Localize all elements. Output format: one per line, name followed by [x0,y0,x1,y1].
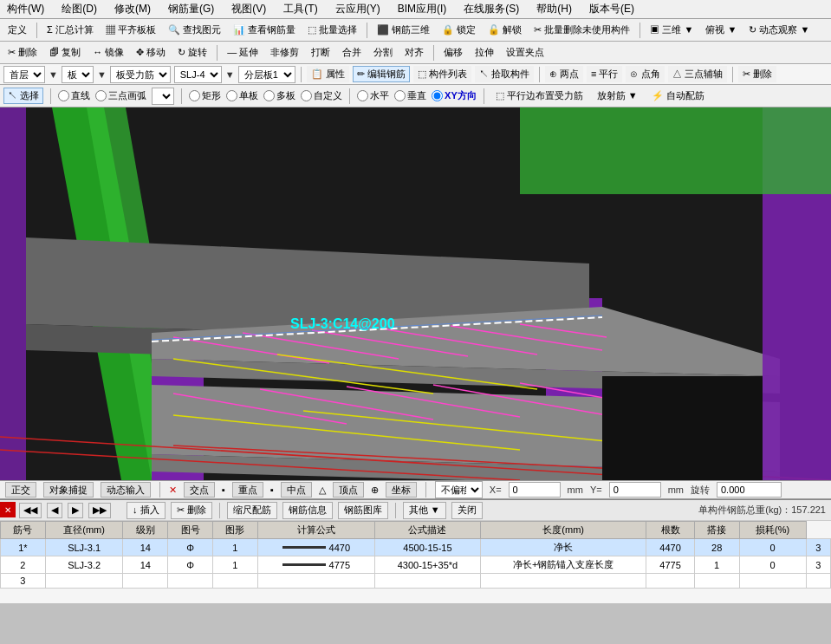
tb2-mirror-button[interactable]: ↔ 镜像 [88,44,128,61]
ctx-threepoints-button[interactable]: △ 三点辅轴 [668,66,727,82]
tb-unlock-button[interactable]: 🔓 解锁 [484,22,526,38]
tb2-merge-button[interactable]: 合并 [338,44,366,61]
x-coord-input[interactable] [509,482,561,498]
move-mode-select[interactable]: 不偏移 [435,481,483,498]
tb2-delete-button[interactable]: ✂ 删除 [3,44,42,61]
arc-mode[interactable]: 三点画弧 [95,89,146,102]
table-row[interactable]: 1* SLJ-3.1 14 Φ 1 4470 4500-15-15 净长 447… [1,539,831,556]
level-select[interactable]: 首层 [3,66,45,83]
single-mode[interactable]: 单板 [226,89,258,102]
dynamic-input-button[interactable]: 动态输入 [101,482,151,498]
nav-next-button[interactable]: ▶ [68,503,83,518]
ctx-complist-button[interactable]: ⬚ 构件列表 [413,66,471,82]
single-radio[interactable] [226,90,237,101]
tb-batchsel-button[interactable]: ⬚ 批量选择 [303,22,361,38]
menu-view[interactable]: 视图(V) [228,1,269,17]
ctx-pick-button[interactable]: ↖ 拾取构件 [475,66,534,82]
coord-snap-button[interactable]: 坐标 [386,482,417,498]
panel-close-button[interactable]: ✕ [0,502,16,517]
tb2-extend-button[interactable]: — 延伸 [223,44,263,61]
vertical-radio[interactable] [394,90,406,101]
rect-radio[interactable] [189,90,200,101]
rp-close-button[interactable]: 关闭 [451,502,483,519]
nav-prev-button[interactable]: ◀ [47,503,62,518]
multi-mode[interactable]: 多板 [263,89,295,102]
menu-rebar-qty[interactable]: 钢筋量(G) [165,1,217,17]
component-select[interactable]: 板 [62,66,94,83]
rp-insert-button[interactable]: ↓ 插入 [127,502,166,519]
nav-first-button[interactable]: ◀◀ [19,503,42,518]
menu-help[interactable]: 帮助(H) [533,1,575,17]
menu-modify[interactable]: 修改(M) [111,1,154,17]
nav-last-button[interactable]: ▶▶ [88,503,111,518]
layer-select[interactable]: 分层板1 [238,66,295,83]
menu-bim[interactable]: BIM应用(I) [394,1,451,17]
rp-scalerebar-button[interactable]: 缩尺配筋 [227,502,277,519]
rp-rebarlib-button[interactable]: 钢筋图库 [338,502,388,519]
ctx-pointangle-button[interactable]: ⊙ 点角 [626,66,664,82]
tb-3dview-button[interactable]: ▣ 三维 ▼ [646,22,698,38]
tb2-copy-button[interactable]: 🗐 复制 [45,44,85,61]
tb2-move-button[interactable]: ✥ 移动 [132,44,170,61]
rp-delete-button[interactable]: ✂ 删除 [171,502,212,519]
select-button[interactable]: ↖ 选择 [3,88,43,104]
menu-component[interactable]: 构件(W) [3,1,48,17]
tb2-offset-button[interactable]: 偏移 [439,44,467,61]
auto-rebar-button[interactable]: ⚡ 自动配筋 [647,88,709,104]
menu-online[interactable]: 在线服务(S) [460,1,523,17]
spec-select[interactable]: SLJ-4 [174,66,222,83]
tb-batchdel-button[interactable]: ✂ 批量删除未使用构件 [529,22,634,38]
ortho-button[interactable]: 正交 [5,482,36,498]
parallel-rebar-button[interactable]: ⬚ 平行边布置受力筋 [491,88,588,104]
intersect-snap-button[interactable]: 交点 [184,482,215,498]
tb2-rotate-button[interactable]: ↻ 旋转 [173,44,211,61]
tb2-split-button[interactable]: 分割 [369,44,397,61]
menu-draw[interactable]: 绘图(D) [58,1,101,17]
rp-rebarinfo-button[interactable]: 钢筋信息 [282,502,333,519]
center-snap-button[interactable]: 重点 [232,482,263,498]
tb2-break-button[interactable]: 打断 [307,44,334,61]
arc-radio[interactable] [95,90,107,101]
xy-mode[interactable]: XY方向 [432,89,477,102]
multi-radio[interactable] [263,90,275,101]
tb-rebar3d-button[interactable]: ⬛ 钢筋三维 [373,22,434,38]
tb2-stretch-button[interactable]: 拉伸 [471,44,498,61]
tb2-notrim-button[interactable]: 非修剪 [266,44,303,61]
rect-mode[interactable]: 矩形 [189,89,221,102]
table-row[interactable]: 3 [1,574,831,589]
menu-version[interactable]: 版本号(E) [586,1,638,17]
rp-other-button[interactable]: 其他 ▼ [403,502,446,519]
ctx-editrebar-button[interactable]: ✏ 编辑钢筋 [353,66,410,82]
line-mode[interactable]: 直线 [58,89,90,102]
tb-find-button[interactable]: 🔍 查找图元 [164,22,225,38]
ctx-parallel-button[interactable]: ≡ 平行 [587,66,622,82]
vertex-snap-button[interactable]: 顶点 [333,482,364,498]
custom-radio[interactable] [301,90,312,101]
tb-viewrebar-button[interactable]: 📊 查看钢筋量 [229,22,300,38]
shape-select[interactable] [152,88,174,105]
custom-mode[interactable]: 自定义 [301,89,342,102]
tb2-align-button[interactable]: 对齐 [400,44,428,61]
y-coord-input[interactable] [609,482,661,498]
menu-cloud[interactable]: 云应用(Y) [332,1,384,17]
tb-flatboard-button[interactable]: ▦ 平齐板板 [101,22,160,38]
tb-calc-button[interactable]: Σ 汇总计算 [42,22,98,38]
rebar-type-select[interactable]: 板受力筋 [110,66,171,83]
object-snap-button[interactable]: 对象捕捉 [43,482,94,498]
table-row[interactable]: 2 SLJ-3.2 14 Φ 1 4775 4300-15+35*d 净长+钢筋… [1,556,831,574]
radial-rebar-button[interactable]: 放射筋 ▼ [593,88,642,104]
ctx-attr-button[interactable]: 📋 属性 [307,66,349,82]
rotate-input[interactable] [717,482,782,498]
line-radio[interactable] [58,90,69,101]
tb-define-button[interactable]: 定义 [3,22,31,38]
ctx-delete-button[interactable]: ✂ 删除 [738,66,776,82]
tb-topview-button[interactable]: 俯视 ▼ [701,22,741,38]
vertical-mode[interactable]: 垂直 [394,89,426,102]
midpoint-snap-button[interactable]: 中点 [281,482,312,498]
horizontal-mode[interactable]: 水平 [357,89,389,102]
cross-snap-icon[interactable]: ✕ [169,485,177,496]
3d-viewport[interactable]: SLJ-3:C14@200 Z X A [0,107,831,480]
tb2-setgrip-button[interactable]: 设置夹点 [502,44,549,61]
tb-lock-button[interactable]: 🔒 锁定 [438,22,480,38]
tb-dynview-button[interactable]: ↻ 动态观察 ▼ [744,22,814,38]
